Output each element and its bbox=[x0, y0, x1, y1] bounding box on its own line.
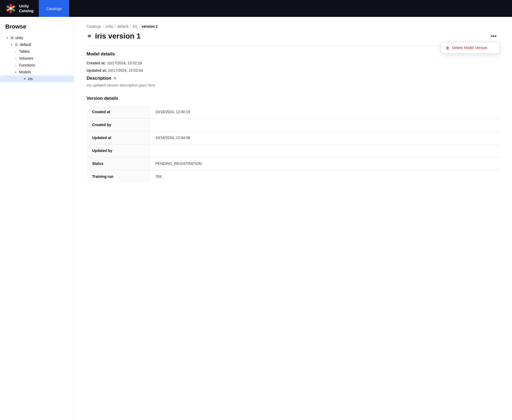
breadcrumb-version1: version 1 bbox=[141, 24, 158, 28]
schema-icon: ☰ bbox=[15, 42, 18, 47]
created-at-value: 10/17/2024, 15:02:19 bbox=[107, 61, 142, 65]
sidebar-item-unity[interactable]: ▾ ⊞ unity bbox=[0, 34, 74, 41]
chevron-down-icon: ▾ bbox=[5, 36, 9, 39]
table-cell-value: 10/18/2024, 12:04:08 bbox=[150, 131, 499, 144]
version-details-table: Created at 10/18/2024, 12:00:19 Created … bbox=[87, 105, 499, 183]
svg-point-7 bbox=[10, 7, 12, 10]
table-cell-value: 789 bbox=[150, 170, 499, 183]
page-header: ⚭ iris version 1 ••• 🗑 Delete Model Vers… bbox=[87, 32, 499, 41]
browse-title: Browse bbox=[0, 23, 74, 34]
updated-at-row: Updated at: 10/17/2024, 15:03:04 bbox=[87, 68, 499, 73]
description-header: Description ✎ bbox=[87, 76, 499, 81]
table-cell-value bbox=[150, 118, 499, 131]
table-cell-label: Updated at bbox=[87, 131, 150, 144]
logo-icon bbox=[5, 3, 16, 14]
table-cell-value: PENDING_REGISTRATION bbox=[150, 157, 499, 170]
model-title-icon: ⚭ bbox=[87, 32, 92, 40]
delete-model-version-button[interactable]: 🗑 Delete Model Version bbox=[442, 42, 499, 53]
logo-area: Unity Catalog bbox=[0, 3, 39, 14]
version-details-title: Version details bbox=[87, 96, 499, 101]
logo-text: Unity Catalog bbox=[19, 4, 34, 13]
sidebar-item-label: unity bbox=[15, 36, 23, 40]
sidebar-item-functions[interactable]: › Functions bbox=[0, 62, 74, 69]
table-row: Created at 10/18/2024, 12:00:19 bbox=[87, 106, 499, 118]
breadcrumb-iris[interactable]: iris bbox=[133, 24, 138, 28]
sidebar-item-label: Volumes bbox=[19, 56, 33, 60]
sidebar-item-models[interactable]: ▾ Models bbox=[0, 69, 74, 75]
breadcrumb-default[interactable]: default bbox=[117, 24, 129, 28]
model-details-title: Model details bbox=[87, 51, 499, 57]
table-cell-label: Created by bbox=[87, 118, 150, 131]
created-at-row: Created at: 10/17/2024, 15:02:19 bbox=[87, 61, 499, 65]
breadcrumb-unity[interactable]: unity bbox=[105, 24, 113, 28]
breadcrumb-catalogs[interactable]: Catalogs bbox=[87, 24, 101, 28]
page-title-area: ⚭ iris version 1 bbox=[87, 32, 141, 40]
main-content: Catalogs / unity / default / iris / vers… bbox=[74, 17, 512, 420]
top-nav: Unity Catalog Catalogs bbox=[0, 0, 512, 17]
chevron-right-icon: › bbox=[14, 57, 17, 60]
catalogs-nav-item[interactable]: Catalogs bbox=[39, 0, 69, 17]
svg-point-1 bbox=[10, 4, 12, 7]
table-cell-label: Training run bbox=[87, 170, 150, 183]
sidebar-item-label: Models bbox=[19, 70, 31, 74]
table-row: Updated by bbox=[87, 144, 499, 157]
dropdown-menu: 🗑 Delete Model Version bbox=[441, 42, 499, 53]
table-cell-label: Created at bbox=[87, 106, 150, 118]
more-options-button[interactable]: ••• bbox=[488, 32, 499, 41]
table-row: Created by bbox=[87, 118, 499, 131]
sidebar-item-tables[interactable]: › Tables bbox=[0, 48, 74, 55]
sidebar-item-label: Functions bbox=[19, 63, 35, 67]
table-cell-label: Status bbox=[87, 157, 150, 170]
sidebar-item-volumes[interactable]: › Volumes bbox=[0, 55, 74, 62]
table-row: Updated at 10/18/2024, 12:04:08 bbox=[87, 131, 499, 144]
svg-point-4 bbox=[10, 9, 12, 13]
model-details-section: Model details Created at: 10/17/2024, 15… bbox=[87, 51, 499, 87]
app-layout: Browse ▾ ⊞ unity ▾ ☰ default › Tables › … bbox=[0, 17, 512, 420]
created-at-label: Created at: bbox=[87, 61, 106, 65]
sidebar: Browse ▾ ⊞ unity ▾ ☰ default › Tables › … bbox=[0, 17, 74, 420]
sidebar-item-label: default bbox=[20, 42, 31, 47]
model-icon: ⚭ bbox=[23, 77, 26, 81]
table-cell-value bbox=[150, 144, 499, 157]
page-title: iris version 1 bbox=[95, 32, 141, 40]
table-row: Training run 789 bbox=[87, 170, 499, 183]
sidebar-item-iris[interactable]: ⚭ iris bbox=[0, 75, 74, 82]
updated-at-label: Updated at: bbox=[87, 68, 107, 73]
edit-description-icon[interactable]: ✎ bbox=[113, 76, 117, 80]
chevron-right-icon: › bbox=[14, 50, 17, 53]
header-divider bbox=[87, 46, 499, 46]
table-cell-label: Updated by bbox=[87, 144, 150, 157]
sidebar-item-default[interactable]: ▾ ☰ default bbox=[0, 41, 74, 48]
sidebar-item-label: Tables bbox=[19, 49, 30, 54]
description-text: my updated version description goes here bbox=[87, 83, 499, 87]
catalog-icon: ⊞ bbox=[11, 36, 14, 40]
table-row: Status PENDING_REGISTRATION bbox=[87, 157, 499, 170]
chevron-right-icon: › bbox=[14, 64, 17, 67]
breadcrumb: Catalogs / unity / default / iris / vers… bbox=[87, 24, 499, 28]
chevron-down-icon: ▾ bbox=[10, 43, 13, 46]
table-cell-value: 10/18/2024, 12:00:19 bbox=[150, 106, 499, 118]
description-label: Description bbox=[87, 76, 111, 81]
trash-icon: 🗑 bbox=[446, 46, 449, 50]
chevron-down-icon: ▾ bbox=[14, 71, 17, 74]
updated-at-value: 10/17/2024, 15:03:04 bbox=[108, 68, 143, 73]
sidebar-item-label: iris bbox=[28, 77, 33, 81]
version-details-section: Version details Created at 10/18/2024, 1… bbox=[87, 96, 499, 183]
